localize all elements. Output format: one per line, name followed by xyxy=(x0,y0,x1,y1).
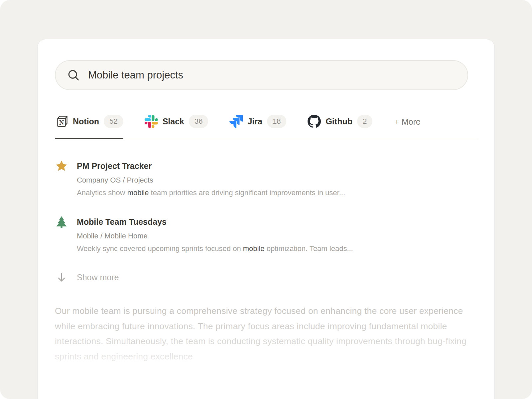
tab-github-label: Github xyxy=(326,117,352,126)
github-icon xyxy=(308,115,321,128)
result-snippet: Weekly sync covered upcoming sprints foc… xyxy=(77,244,353,254)
show-more-label: Show more xyxy=(77,273,119,282)
tab-jira-count-badge: 18 xyxy=(267,115,286,128)
notion-icon: N xyxy=(55,115,68,128)
snippet-highlight: mobile xyxy=(243,244,265,253)
result-pm-project-tracker[interactable]: PM Project Tracker Company OS / Projects… xyxy=(55,160,477,198)
search-input[interactable] xyxy=(87,69,467,81)
tree-icon xyxy=(55,215,68,229)
snippet-highlight: mobile xyxy=(127,189,149,197)
search-bar[interactable] xyxy=(55,60,468,90)
search-icon xyxy=(67,68,80,82)
result-breadcrumb: Company OS / Projects xyxy=(77,175,345,185)
tab-slack-label: Slack xyxy=(163,117,184,126)
result-content: PM Project Tracker Company OS / Projects… xyxy=(77,160,345,198)
result-title: PM Project Tracker xyxy=(77,160,345,172)
tab-slack-count-badge: 36 xyxy=(189,115,208,128)
tab-notion-count-badge: 52 xyxy=(104,115,123,128)
result-title: Mobile Team Tuesdays xyxy=(77,216,353,228)
tab-notion-label: Notion xyxy=(73,117,99,126)
show-more-button[interactable]: Show more xyxy=(55,272,477,283)
summary-preview-text: Our mobile team is pursuing a comprehens… xyxy=(55,304,468,364)
tab-github-count-badge: 2 xyxy=(357,115,372,128)
slack-icon xyxy=(145,115,158,128)
search-panel: N Notion 52 xyxy=(37,39,495,399)
summary-preview: Our mobile team is pursuing a comprehens… xyxy=(55,304,468,387)
tab-jira[interactable]: Jira 18 xyxy=(229,115,286,139)
tab-slack[interactable]: Slack 36 xyxy=(145,115,208,139)
down-arrow-icon xyxy=(55,272,68,283)
star-icon xyxy=(55,160,68,173)
results-list: PM Project Tracker Company OS / Projects… xyxy=(55,160,477,283)
tab-more-button[interactable]: + More xyxy=(394,115,421,137)
tab-jira-label: Jira xyxy=(247,117,262,126)
app-background: N Notion 52 xyxy=(0,0,532,399)
source-tabs: N Notion 52 xyxy=(55,115,478,139)
result-breadcrumb: Mobile / Mobile Home xyxy=(77,231,353,241)
tab-github[interactable]: Github 2 xyxy=(308,115,372,139)
result-snippet: Analytics show mobile team priorities ar… xyxy=(77,188,345,198)
jira-icon xyxy=(229,115,243,128)
svg-text:N: N xyxy=(59,119,64,126)
result-content: Mobile Team Tuesdays Mobile / Mobile Hom… xyxy=(77,216,353,254)
result-mobile-team-tuesdays[interactable]: Mobile Team Tuesdays Mobile / Mobile Hom… xyxy=(55,216,477,254)
tab-notion[interactable]: N Notion 52 xyxy=(55,115,123,139)
